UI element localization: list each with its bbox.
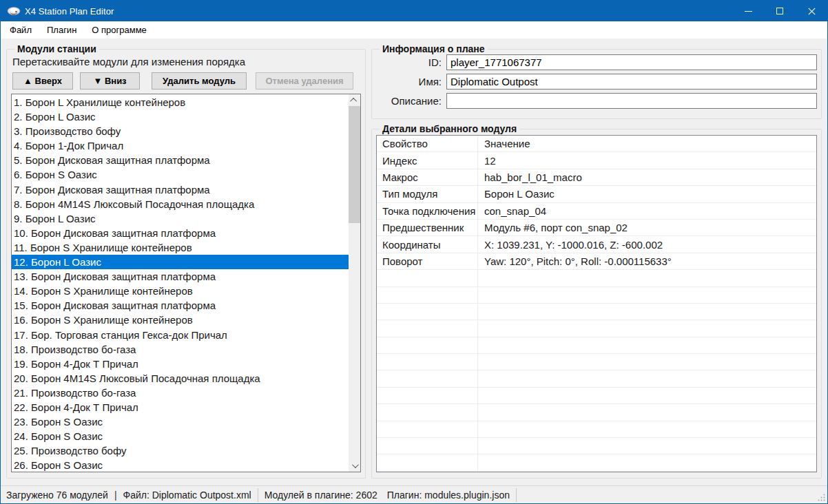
- list-item[interactable]: 1. Борон L Хранилище контейнеров: [12, 95, 349, 109]
- status-plugin-file: Плагин: modules.plugin.json: [387, 490, 510, 501]
- status-loaded-modules: Загружено 76 модулей: [6, 490, 108, 501]
- value-cell: [478, 337, 816, 353]
- details-empty-row[interactable]: [377, 337, 816, 354]
- details-empty-row[interactable]: [377, 304, 816, 320]
- move-down-button[interactable]: ▼ Вниз: [80, 72, 140, 90]
- list-item[interactable]: 7. Борон Дисковая защитная платформа: [12, 182, 349, 197]
- minimize-button[interactable]: [732, 1, 764, 21]
- move-up-button[interactable]: ▲ Вверх: [12, 72, 73, 90]
- station-modules-title: Модули станции: [14, 43, 99, 54]
- list-item[interactable]: 10. Борон Дисковая защитная платформа: [12, 226, 349, 240]
- details-row[interactable]: ПоворотYaw: 120°, Pitch: 0°, Roll: -0.00…: [377, 253, 816, 270]
- status-plugin-modules: Модулей в плагине: 2602: [265, 490, 377, 501]
- value-cell: con_snap_04: [478, 203, 816, 219]
- details-empty-row[interactable]: [377, 270, 816, 286]
- plan-name-label: Имя:: [376, 76, 446, 87]
- scrollbar-track[interactable]: [349, 106, 360, 460]
- delete-module-button[interactable]: Удалить модуль: [152, 72, 247, 90]
- value-cell: [478, 370, 816, 386]
- right-column: Информация о плане ID: Имя: Описание: Де…: [371, 43, 822, 479]
- plan-description-input[interactable]: [446, 93, 817, 109]
- minimize-icon: [745, 11, 752, 12]
- details-row[interactable]: ПредшественникМодуль #6, порт con_snap_0…: [377, 220, 816, 236]
- plan-info-group: Информация о плане ID: Имя: Описание:: [371, 43, 822, 119]
- details-row[interactable]: Макросhab_bor_l_01_macro: [377, 169, 816, 186]
- details-empty-row[interactable]: [377, 454, 816, 471]
- plan-id-input[interactable]: [446, 54, 817, 70]
- details-empty-row[interactable]: [377, 320, 816, 337]
- details-row[interactable]: КоординатыX: 1039.231, Y: -1000.016, Z: …: [377, 236, 816, 253]
- details-empty-row[interactable]: [377, 404, 816, 421]
- list-item[interactable]: 22. Борон 4-Док Т Причал: [12, 400, 349, 414]
- list-item[interactable]: 17. Бор. Торговая станция Гекса-док Прич…: [12, 328, 349, 342]
- module-list-scrollbar[interactable]: [349, 94, 360, 472]
- details-row[interactable]: Индекс12: [377, 152, 816, 169]
- window-title: X4 Station Plan Editor: [25, 6, 114, 17]
- plan-id-row: ID:: [376, 54, 817, 70]
- maximize-button[interactable]: [764, 1, 796, 21]
- list-item[interactable]: 14. Борон S Хранилище контейнеров: [12, 284, 349, 298]
- scroll-up-button[interactable]: [349, 94, 360, 106]
- details-empty-row[interactable]: [377, 438, 816, 454]
- list-item[interactable]: 9. Борон L Оазис: [12, 211, 349, 226]
- list-item[interactable]: 21. Производство бо-газа: [12, 386, 349, 400]
- value-cell: 12: [478, 152, 816, 168]
- list-item[interactable]: 3. Производство бофу: [12, 124, 349, 138]
- value-cell: [478, 304, 816, 319]
- value-cell: Борон L Оазис: [478, 186, 816, 202]
- value-cell: hab_bor_l_01_macro: [478, 169, 816, 185]
- list-item[interactable]: 26. Борон S Оазис: [12, 458, 349, 472]
- undo-delete-button[interactable]: Отмена удаления: [256, 72, 353, 90]
- details-empty-row[interactable]: [377, 388, 816, 404]
- list-item[interactable]: 19. Борон 4-Док Т Причал: [12, 357, 349, 371]
- property-cell: Точка подключения: [377, 203, 478, 219]
- status-bar: Загружено 76 модулей | Файл: Diplomatic …: [1, 485, 827, 503]
- list-item[interactable]: 11. Борон S Хранилище контейнеров: [12, 240, 349, 255]
- list-item[interactable]: 5. Борон Дисковая защитная платформа: [12, 153, 349, 167]
- plan-description-row: Описание:: [376, 93, 817, 109]
- list-item[interactable]: 2. Борон L Оазис: [12, 109, 349, 124]
- menu-about[interactable]: О программе: [84, 21, 154, 39]
- property-cell: [377, 421, 478, 437]
- list-item[interactable]: 13. Борон Дисковая защитная платформа: [12, 269, 349, 284]
- list-item[interactable]: 4. Борон 1-Док Причал: [12, 138, 349, 153]
- value-cell: Yaw: 120°, Pitch: 0°, Roll: -0.000115633…: [478, 253, 816, 269]
- list-item[interactable]: 12. Борон L Оазис: [12, 255, 349, 269]
- list-item[interactable]: 25. Производство бофу: [12, 443, 349, 458]
- list-item[interactable]: 20. Борон 4M14S Люксовый Посадочная площ…: [12, 371, 349, 386]
- details-empty-row[interactable]: [377, 421, 816, 438]
- details-empty-row[interactable]: [377, 472, 816, 472]
- module-list[interactable]: 1. Борон L Хранилище контейнеров2. Борон…: [11, 94, 361, 472]
- status-separator-2: [516, 488, 517, 502]
- list-item[interactable]: 24. Борон S Оазис: [12, 429, 349, 443]
- plan-info-title: Информация о плане: [380, 43, 488, 54]
- value-cell: Значение: [478, 136, 816, 151]
- list-item[interactable]: 18. Производство бо-газа: [12, 342, 349, 357]
- details-row[interactable]: Точка подключенияcon_snap_04: [377, 203, 816, 220]
- list-item[interactable]: 16. Борон S Хранилище контейнеров: [12, 313, 349, 327]
- details-row[interactable]: Тип модуляБорон L Оазис: [377, 186, 816, 202]
- close-button[interactable]: [796, 1, 827, 21]
- property-cell: Макрос: [377, 169, 478, 185]
- app-icon: [7, 6, 21, 17]
- plan-name-input[interactable]: [446, 74, 817, 90]
- scrollbar-thumb[interactable]: [349, 106, 360, 223]
- details-header-row[interactable]: СвойствоЗначение: [377, 136, 816, 152]
- menu-file[interactable]: Файл: [2, 21, 39, 39]
- plan-name-row: Имя:: [376, 74, 817, 90]
- module-details-group: Детали выбранного модуля СвойствоЗначени…: [371, 123, 822, 479]
- list-item[interactable]: 6. Борон S Оазис: [12, 167, 349, 182]
- value-cell: [478, 404, 816, 420]
- list-item[interactable]: 15. Борон Дисковая защитная платформа: [12, 298, 349, 313]
- menu-plugin[interactable]: Плагин: [39, 21, 84, 39]
- list-item[interactable]: 8. Борон 4M14S Люксовый Посадочная площа…: [12, 197, 349, 211]
- details-empty-row[interactable]: [377, 354, 816, 370]
- scroll-down-button[interactable]: [349, 460, 360, 472]
- list-item[interactable]: 23. Борон S Оазис: [12, 414, 349, 429]
- property-cell: [377, 337, 478, 353]
- resize-grip[interactable]: [816, 492, 826, 502]
- title-bar[interactable]: X4 Station Plan Editor: [1, 1, 827, 21]
- details-empty-row[interactable]: [377, 287, 816, 304]
- property-cell: [377, 370, 478, 386]
- details-empty-row[interactable]: [377, 370, 816, 387]
